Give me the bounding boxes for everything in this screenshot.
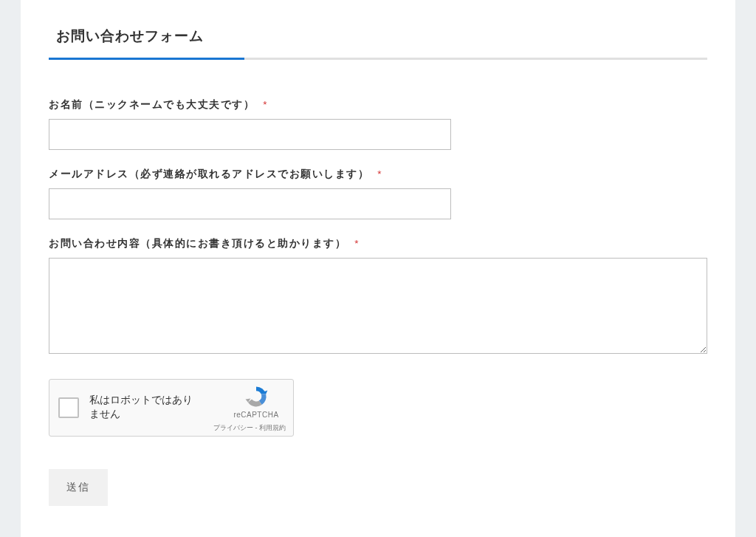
recaptcha-widget: 私はロボットではありません reCAPTCHA プライバシー - 利用規約 bbox=[49, 379, 294, 437]
recaptcha-links: プライバシー - 利用規約 bbox=[213, 423, 286, 433]
recaptcha-logo-icon bbox=[244, 384, 269, 409]
name-input[interactable] bbox=[49, 119, 451, 150]
label-name-text: お名前（ニックネームでも大丈夫です） bbox=[49, 99, 255, 110]
recaptcha-checkbox[interactable] bbox=[58, 397, 79, 418]
required-asterisk: * bbox=[377, 168, 382, 179]
recaptcha-brand-text: reCAPTCHA bbox=[227, 411, 286, 419]
field-content: お問い合わせ内容（具体的にお書き頂けると助かります） * bbox=[49, 237, 707, 357]
label-name: お名前（ニックネームでも大丈夫です） * bbox=[49, 98, 707, 112]
required-asterisk: * bbox=[263, 99, 268, 110]
label-email-text: メールアドレス（必ず連絡が取れるアドレスでお願いします） bbox=[49, 168, 369, 179]
label-content-text: お問い合わせ内容（具体的にお書き頂けると助かります） bbox=[49, 238, 346, 249]
email-input[interactable] bbox=[49, 188, 451, 219]
required-asterisk: * bbox=[354, 238, 360, 249]
recaptcha-privacy-link[interactable]: プライバシー bbox=[213, 424, 253, 431]
field-email: メールアドレス（必ず連絡が取れるアドレスでお願いします） * bbox=[49, 168, 707, 219]
field-name: お名前（ニックネームでも大丈夫です） * bbox=[49, 98, 707, 150]
recaptcha-branding: reCAPTCHA bbox=[227, 384, 286, 419]
submit-button[interactable]: 送信 bbox=[49, 469, 108, 506]
form-container: お問い合わせフォーム お名前（ニックネームでも大丈夫です） * メールアドレス（… bbox=[21, 0, 735, 537]
label-content: お問い合わせ内容（具体的にお書き頂けると助かります） * bbox=[49, 237, 707, 250]
recaptcha-separator: - bbox=[253, 424, 259, 431]
recaptcha-terms-link[interactable]: 利用規約 bbox=[259, 424, 286, 431]
form-title: お問い合わせフォーム bbox=[49, 21, 707, 58]
label-email: メールアドレス（必ず連絡が取れるアドレスでお願いします） * bbox=[49, 168, 707, 181]
content-textarea[interactable] bbox=[49, 258, 707, 354]
submit-row: 送信 bbox=[49, 469, 707, 506]
title-underline bbox=[49, 58, 707, 60]
recaptcha-label: 私はロボットではありません bbox=[89, 394, 193, 422]
